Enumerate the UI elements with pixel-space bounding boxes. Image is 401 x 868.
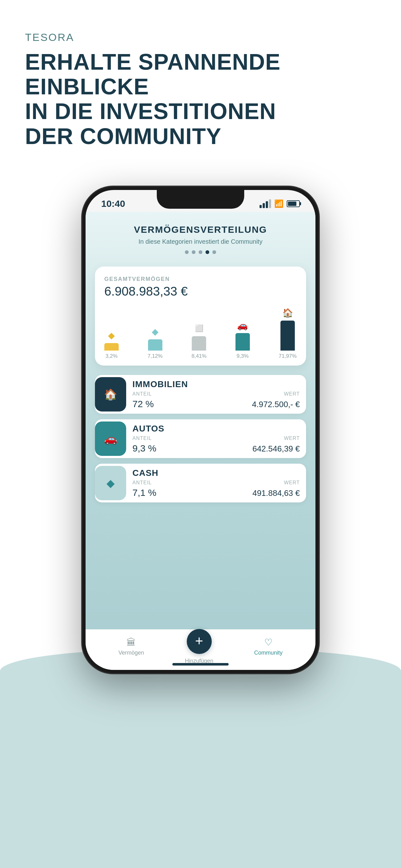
nav-item-add[interactable]: + Hinzufügen [185,629,213,664]
chart-item-1: ◆ 3,2% [104,330,119,359]
dot-3 [199,250,202,254]
screen-title: VERMÖGENSVERTEILUNG [98,224,303,235]
chart-item-2: ◆ 7,12% [147,327,162,359]
headline: ERHALTE SPANNENDE EINBLICKE IN DIE INVES… [25,50,376,149]
stats-card: GESAMTVERMÖGEN 6.908.983,33 € ◆ 3,2% [95,267,306,366]
brand-name: TESORA [25,31,376,43]
chart-icon-car: 🚗 [237,320,248,331]
status-icons: 📶 [260,199,300,208]
chart-item-5: 🏠 71,97% [278,308,297,359]
cat-icon-box-autos: 🚗 [95,422,126,456]
nav-label-vermoegen: Vermögen [119,650,144,656]
heart-icon: ♡ [264,637,273,648]
phone-frame: 10:40 📶 [82,186,319,674]
cat-wert-label-immobilien: WERT [284,391,300,397]
dot-2 [192,250,196,254]
chart-area: ◆ 3,2% ◆ 7,12% [104,305,297,359]
home-indicator [172,663,229,665]
card-value: 6.908.983,33 € [104,284,297,299]
wifi-icon: 📶 [274,199,283,208]
cat-row-values-cash: 7,1 % 491.884,63 € [132,488,300,498]
cat-pct-immobilien: 72 % [132,399,154,409]
cat-anteil-label-cash: ANTEIL [132,480,152,486]
cat-anteil-label-autos: ANTEIL [132,436,152,441]
cat-icon-box-immobilien: 🏠 [95,377,126,411]
background-blob [0,649,401,868]
chart-pct-2: 7,12% [147,353,162,359]
cat-row-labels-immobilien: ANTEIL WERT [132,391,300,397]
nav-label-community: Community [254,650,282,656]
cat-row-values-immobilien: 72 % 4.972.500,- € [132,399,300,409]
dot-4-active [205,250,209,254]
headline-line2: IN DIE INVESTITIONEN [25,99,276,124]
cat-amount-cash: 491.884,63 € [252,488,300,498]
nav-item-vermoegen[interactable]: 🏛 Vermögen [119,637,144,656]
screen-header: VERMÖGENSVERTEILUNG In diese Kategorien … [86,212,315,260]
phone-notch [157,190,244,209]
cat-amount-autos: 642.546,39 € [252,444,300,454]
chart-icon-diamond-gold: ◆ [108,330,115,341]
cat-row-values-autos: 9,3 % 642.546,39 € [132,443,300,454]
add-button[interactable]: + [187,629,212,654]
chart-item-3: ⬜ 8,41% [192,324,206,359]
cat-row-labels-autos: ANTEIL WERT [132,436,300,441]
cat-icon-car: 🚗 [104,432,117,445]
chart-pct-3: 8,41% [192,353,206,359]
cat-icon-diamond: ◆ [106,477,114,489]
dot-1 [185,250,189,254]
bank-icon: 🏛 [127,637,136,648]
cat-wert-label-autos: WERT [284,436,300,441]
signal-icon [260,199,271,208]
cat-amount-immobilien: 4.972.500,- € [252,400,300,409]
cat-info-autos: AUTOS ANTEIL WERT 9,3 % 642.546,39 € [126,419,306,458]
cat-name-immobilien: IMMOBILIEN [132,379,300,389]
category-item-immobilien[interactable]: 🏠 IMMOBILIEN ANTEIL WERT 72 % [95,375,306,414]
category-item-autos[interactable]: 🚗 AUTOS ANTEIL WERT 9,3 % 642. [95,419,306,458]
nav-item-community[interactable]: ♡ Community [254,637,282,656]
chart-pct-1: 3,2% [106,353,118,359]
category-item-cash[interactable]: ◆ CASH ANTEIL WERT 7,1 % 491.88 [95,464,306,502]
app-content: VERMÖGENSVERTEILUNG In diese Kategorien … [86,212,315,670]
cat-info-immobilien: IMMOBILIEN ANTEIL WERT 72 % 4.972.500,- … [126,375,306,414]
chart-icon-house: 🏠 [282,308,293,318]
cat-pct-autos: 9,3 % [132,443,157,454]
chart-item-4: 🚗 9,3% [235,320,250,359]
dots-indicator [98,250,303,254]
chart-pct-4: 9,3% [236,353,248,359]
page-background: TESORA ERHALTE SPANNENDE EINBLICKE IN DI… [0,0,401,868]
cat-wert-label-cash: WERT [284,480,300,486]
cat-name-autos: AUTOS [132,424,300,434]
header-section: TESORA ERHALTE SPANNENDE EINBLICKE IN DI… [0,0,401,167]
phone-screen: 10:40 📶 [86,190,315,670]
chart-icon-star: ⬜ [195,324,203,333]
status-time: 10:40 [101,198,125,209]
dot-5 [212,250,216,254]
cat-row-labels-cash: ANTEIL WERT [132,480,300,486]
chart-pct-5: 71,97% [278,353,297,359]
card-label: GESAMTVERMÖGEN [104,276,297,282]
screen-subtitle: In diese Kategorien investiert die Commu… [98,238,303,245]
plus-icon: + [195,634,203,648]
battery-icon [287,200,300,207]
cat-info-cash: CASH ANTEIL WERT 7,1 % 491.884,63 € [126,464,306,502]
headline-line3: DER COMMUNITY [25,124,222,149]
cat-icon-box-cash: ◆ [95,466,126,500]
category-list: 🏠 IMMOBILIEN ANTEIL WERT 72 % [86,372,315,511]
cat-pct-cash: 7,1 % [132,488,157,498]
headline-line1: ERHALTE SPANNENDE EINBLICKE [25,50,280,99]
cat-anteil-label-immobilien: ANTEIL [132,391,152,397]
cat-icon-house: 🏠 [104,388,117,401]
cat-name-cash: CASH [132,468,300,478]
chart-icon-diamond-blue: ◆ [152,327,159,337]
phone-wrapper: 10:40 📶 [0,186,401,674]
